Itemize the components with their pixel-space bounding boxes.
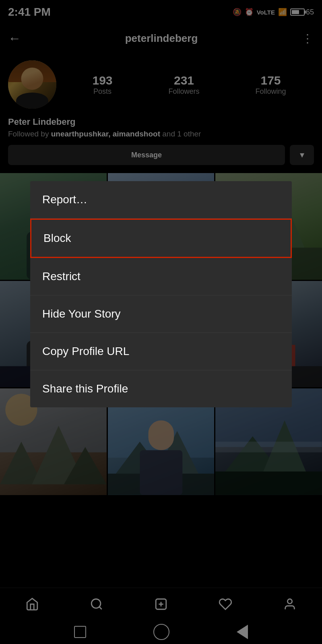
report-label: Report… <box>42 193 87 206</box>
report-menu-item[interactable]: Report… <box>30 181 292 219</box>
restrict-label: Restrict <box>42 270 80 283</box>
share-profile-menu-item[interactable]: Share this Profile <box>30 370 292 407</box>
share-profile-label: Share this Profile <box>42 382 128 395</box>
context-menu: Report… Block Restrict Hide Your Story C… <box>30 181 292 407</box>
hide-story-menu-item[interactable]: Hide Your Story <box>30 295 292 333</box>
block-menu-item[interactable]: Block <box>30 219 292 258</box>
copy-url-menu-item[interactable]: Copy Profile URL <box>30 333 292 370</box>
copy-url-label: Copy Profile URL <box>42 345 129 358</box>
hide-story-label: Hide Your Story <box>42 308 121 320</box>
block-label: Block <box>43 232 71 245</box>
restrict-menu-item[interactable]: Restrict <box>30 258 292 295</box>
